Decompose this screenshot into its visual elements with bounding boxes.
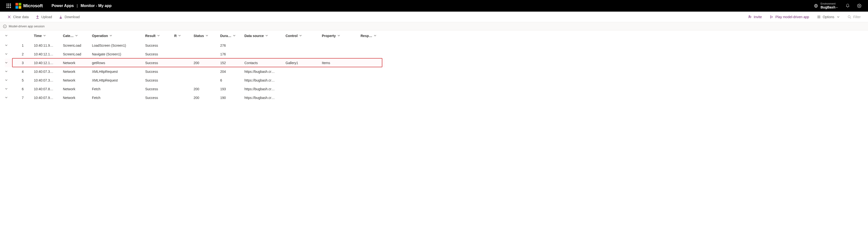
cell-status: 200	[194, 85, 220, 93]
options-button[interactable]: Options	[814, 13, 842, 20]
table-row[interactable]: 610:40:07.8…NetworkFetchSuccess200193htt…	[5, 85, 385, 93]
cell-index: 3	[22, 59, 34, 67]
cell-datasource: Contacts	[244, 59, 285, 67]
svg-rect-1	[8, 4, 9, 5]
cell-duration: 190	[220, 93, 244, 102]
col-property-header[interactable]: Property	[322, 30, 361, 41]
svg-rect-4	[8, 5, 9, 6]
session-info-banner: Model-driven app session	[0, 22, 868, 30]
table-row[interactable]: 410:40:07.3…NetworkXMLHttpRequestSuccess…	[5, 67, 385, 76]
breadcrumb-app[interactable]: Power Apps	[52, 4, 74, 8]
cell-operation: LoadScreen (Screen1)	[92, 41, 145, 50]
info-icon	[3, 24, 7, 28]
expand-toggle[interactable]	[5, 67, 22, 76]
close-icon	[7, 15, 11, 19]
microsoft-logo[interactable]: Microsoft	[16, 3, 43, 9]
svg-rect-6	[6, 7, 7, 8]
cell-category: ScreenLoad	[63, 41, 92, 50]
chevron-down-icon	[837, 16, 840, 19]
clear-data-button[interactable]: Clear data	[5, 13, 31, 20]
table-row[interactable]: 110:40:11.9…ScreenLoadLoadScreen (Screen…	[5, 41, 385, 50]
table-row[interactable]: 210:40:12.1…ScreenLoadNavigate (Screen1)…	[5, 50, 385, 59]
expand-toggle[interactable]	[5, 41, 22, 50]
environment-picker[interactable]: Environment BugBash -	[809, 2, 842, 9]
cell-property	[322, 76, 361, 85]
cell-datasource: https://bugbash.cr…	[244, 76, 285, 85]
col-index-header[interactable]	[22, 30, 34, 41]
cell-category: Network	[63, 93, 92, 102]
table-row[interactable]: 510:40:07.3…NetworkXMLHttpRequestSuccess…	[5, 76, 385, 85]
cell-r	[174, 85, 194, 93]
filter-button[interactable]: Filter	[845, 13, 863, 20]
filter-label: Filter	[853, 15, 861, 19]
invite-button[interactable]: Invite	[746, 13, 764, 20]
expand-toggle[interactable]	[5, 59, 22, 67]
cell-r	[174, 50, 194, 59]
cell-property	[322, 41, 361, 50]
col-r-header[interactable]: R	[174, 30, 194, 41]
cell-response	[361, 93, 385, 102]
cell-operation: XMLHttpRequest	[92, 67, 145, 76]
app-launcher-button[interactable]	[3, 0, 14, 11]
col-response-header[interactable]: Resp…	[361, 30, 385, 41]
col-operation-header[interactable]: Operation	[92, 30, 145, 41]
cell-index: 7	[22, 93, 34, 102]
svg-point-10	[859, 5, 860, 6]
upload-icon	[36, 15, 39, 19]
cell-result: Success	[145, 67, 174, 76]
cell-status	[194, 67, 220, 76]
cell-time: 10:40:07.3…	[34, 76, 63, 85]
cell-status	[194, 41, 220, 50]
expand-toggle[interactable]	[5, 50, 22, 59]
cell-response	[361, 59, 385, 67]
col-time-header[interactable]: Time	[34, 30, 63, 41]
options-icon	[817, 15, 821, 19]
settings-button[interactable]	[854, 0, 865, 11]
col-category-header[interactable]: Cate…	[63, 30, 92, 41]
col-expand-header[interactable]	[5, 30, 22, 41]
svg-rect-7	[8, 7, 9, 8]
cell-index: 2	[22, 50, 34, 59]
cell-property	[322, 67, 361, 76]
expand-toggle[interactable]	[5, 85, 22, 93]
svg-rect-3	[6, 5, 7, 6]
cell-status: 200	[194, 93, 220, 102]
col-duration-header[interactable]: Dura…	[220, 30, 244, 41]
cell-result: Success	[145, 59, 174, 67]
notifications-button[interactable]	[842, 0, 854, 11]
svg-rect-8	[10, 7, 11, 8]
col-control-header[interactable]: Control	[285, 30, 322, 41]
cell-property: Items	[322, 59, 361, 67]
cell-datasource	[244, 41, 285, 50]
col-result-header[interactable]: Result	[145, 30, 174, 41]
cell-result: Success	[145, 50, 174, 59]
table-row[interactable]: 310:40:12.1…NetworkgetRowsSuccess200152C…	[5, 59, 385, 67]
cell-time: 10:40:11.9…	[34, 41, 63, 50]
play-icon	[770, 15, 773, 19]
upload-button[interactable]: Upload	[33, 13, 55, 20]
cell-status	[194, 76, 220, 85]
session-info-text: Model-driven app session	[9, 24, 44, 28]
table-row[interactable]: 710:40:07.9…NetworkFetchSuccess200190htt…	[5, 93, 385, 102]
cell-r	[174, 76, 194, 85]
cell-index: 1	[22, 41, 34, 50]
download-label: Download	[65, 15, 80, 19]
expand-toggle[interactable]	[5, 76, 22, 85]
cell-category: ScreenLoad	[63, 50, 92, 59]
cell-response	[361, 76, 385, 85]
col-status-header[interactable]: Status	[194, 30, 220, 41]
cell-operation: Navigate (Screen1)	[92, 50, 145, 59]
cell-status: 200	[194, 59, 220, 67]
cell-response	[361, 50, 385, 59]
svg-rect-5	[10, 5, 11, 6]
waffle-icon	[6, 4, 11, 8]
download-button[interactable]: Download	[56, 13, 82, 20]
play-model-driven-app-button[interactable]: Play model-driven app	[767, 13, 811, 20]
cell-time: 10:40:07.9…	[34, 93, 63, 102]
cell-time: 10:40:07.3…	[34, 67, 63, 76]
microsoft-wordmark: Microsoft	[23, 3, 43, 8]
col-datasource-header[interactable]: Data source	[244, 30, 285, 41]
person-add-icon	[748, 15, 752, 19]
expand-toggle[interactable]	[5, 93, 22, 102]
cell-duration: 276	[220, 41, 244, 50]
